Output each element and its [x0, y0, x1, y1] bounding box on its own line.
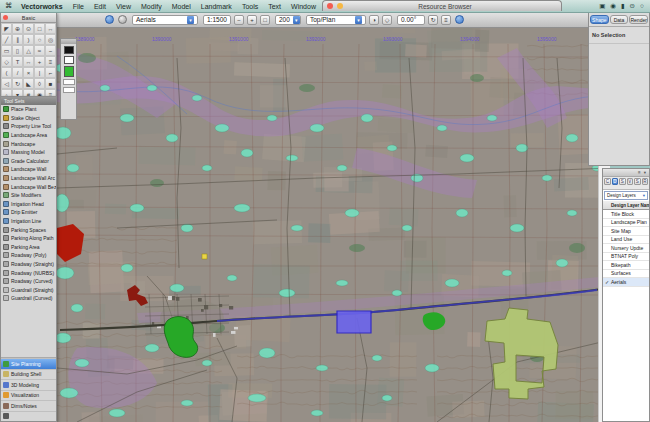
- tool-grade-calculator[interactable]: Grade Calculator: [1, 157, 56, 166]
- tool-line[interactable]: ╱: [1, 34, 12, 45]
- tool-text[interactable]: T: [12, 56, 23, 67]
- tool-rectangle[interactable]: ▭: [1, 45, 12, 56]
- tool-parking-spaces[interactable]: Parking Spaces: [1, 225, 56, 234]
- back-view-button[interactable]: [105, 15, 114, 24]
- nav-tab-references[interactable]: R: [642, 178, 649, 185]
- tab-render[interactable]: Render: [629, 15, 648, 24]
- layer-scale-field[interactable]: 1:1500: [203, 15, 231, 25]
- tool-split[interactable]: |: [34, 67, 45, 78]
- menu-text[interactable]: Text: [263, 3, 286, 10]
- tool-regular-polygon[interactable]: ◇: [1, 56, 12, 67]
- tool-locus[interactable]: +: [34, 56, 45, 67]
- layer-row-title-block[interactable]: Title Block: [603, 210, 649, 219]
- tool-roadway-nurbs[interactable]: Roadway (NURBS): [1, 268, 56, 277]
- plan-rotation-icon[interactable]: ↻: [428, 15, 438, 25]
- line-weight-field[interactable]: [63, 79, 75, 85]
- tool-site-modifiers[interactable]: Site Modifiers: [1, 191, 56, 200]
- nav-tab-classes[interactable]: C: [604, 178, 611, 185]
- zoom-percent-field[interactable]: 200 ▾: [275, 15, 301, 25]
- apple-menu-icon[interactable]: ⌘: [5, 2, 12, 10]
- layer-row-aerials[interactable]: ✓Aerials: [603, 278, 649, 287]
- line-style-field[interactable]: [63, 87, 75, 93]
- menu-window[interactable]: Window: [286, 3, 321, 10]
- tool-irrigation-head[interactable]: Irrigation Head: [1, 200, 56, 209]
- tool-polygon[interactable]: △: [23, 45, 34, 56]
- tool-zoom[interactable]: ⊙: [23, 23, 34, 34]
- tool-sets-header[interactable]: Tool Sets: [1, 97, 56, 105]
- menu-vectorworks[interactable]: Vectorworks: [16, 3, 68, 10]
- tool-property-line-tool[interactable]: Property Line Tool: [1, 122, 56, 131]
- fill-color-swatch[interactable]: [64, 46, 74, 54]
- tool-arc[interactable]: ): [23, 34, 34, 45]
- chevron-down-icon[interactable]: ▾: [644, 170, 646, 175]
- feature-blue-parcel[interactable]: [337, 311, 371, 333]
- tool-clip[interactable]: ■: [45, 78, 56, 89]
- tool-landscape-wall-bez[interactable]: Landscape Wall Bez: [1, 182, 56, 191]
- layer-options-icon[interactable]: ≡: [441, 15, 451, 25]
- layer-row-btnat-poly[interactable]: BTNAT Poly: [603, 253, 649, 262]
- attributes-palette-titlebar[interactable]: [61, 39, 76, 44]
- tool-move-by-points[interactable]: ↔: [45, 23, 56, 34]
- tool-massing-model[interactable]: Massing Model: [1, 148, 56, 157]
- tool-stake-object[interactable]: Stake Object: [1, 114, 56, 123]
- layer-row-land-use[interactable]: Land Use: [603, 236, 649, 245]
- nav-tab-sheet-layers[interactable]: S: [619, 178, 626, 185]
- menu-edit[interactable]: Edit: [89, 3, 111, 10]
- layer-row-nursery-updte[interactable]: Nursery Updte: [603, 244, 649, 253]
- options-icon[interactable]: ≡: [638, 170, 641, 175]
- menu-modify[interactable]: Modify: [136, 3, 167, 10]
- tool-shear[interactable]: ◊: [34, 78, 45, 89]
- tool-drip-emitter[interactable]: Drip Emitter: [1, 208, 56, 217]
- close-icon[interactable]: [327, 3, 333, 9]
- layer-dropdown[interactable]: Aerials ▾: [132, 15, 198, 25]
- basic-palette-titlebar[interactable]: Basic: [1, 13, 56, 23]
- nav-tab-saved-views[interactable]: S: [634, 178, 641, 185]
- tool-double-line[interactable]: ∥: [12, 34, 23, 45]
- nav-tab-viewports[interactable]: V: [627, 178, 634, 185]
- toolset-category-3d-modeling[interactable]: 3D Modeling: [1, 379, 56, 390]
- layer-name-column-header[interactable]: Design Layer Name: [603, 201, 649, 210]
- layer-row-surfaces[interactable]: Surfaces: [603, 270, 649, 279]
- tool-connect[interactable]: ⌐: [45, 67, 56, 78]
- tool-rounded-rectangle[interactable]: ▯: [12, 45, 23, 56]
- nav-tab-design-layers[interactable]: D: [612, 178, 619, 185]
- tool-landscape-wall-arc[interactable]: Landscape Wall Arc: [1, 174, 56, 183]
- pen-color-swatch[interactable]: [64, 56, 74, 64]
- tool-chamfer[interactable]: /: [12, 67, 23, 78]
- tool-freehand[interactable]: ~: [45, 45, 56, 56]
- tool-landscape-wall[interactable]: Landscape Wall: [1, 165, 56, 174]
- tool-roadway-poly[interactable]: Roadway (Poly): [1, 251, 56, 260]
- tool-polyline[interactable]: ≈: [34, 45, 45, 56]
- tool-landscape-area[interactable]: Landscape Area: [1, 131, 56, 140]
- tool-roadway-straight[interactable]: Roadway (Straight): [1, 260, 56, 269]
- tool-trim[interactable]: ×: [23, 67, 34, 78]
- feature-yellow-marker[interactable]: [202, 254, 207, 259]
- layer-row-site-map[interactable]: Site Map: [603, 227, 649, 236]
- tool-roadway-curved[interactable]: Roadway (Curved): [1, 277, 56, 286]
- tool-2d-selection[interactable]: ◤: [1, 23, 12, 34]
- spotlight-icon[interactable]: ⊙: [630, 2, 635, 10]
- tool-irrigation-line[interactable]: Irrigation Line: [1, 217, 56, 226]
- drawing-canvas[interactable]: 1389000139000013910001392000139300013940…: [57, 28, 610, 422]
- navigation-palette-header[interactable]: ≡ ▾: [603, 169, 649, 177]
- projection-icon[interactable]: ◇: [382, 15, 392, 25]
- tab-shape[interactable]: Shape: [590, 15, 609, 24]
- tool-guardrail-curved[interactable]: Guardrail (Curved): [1, 294, 56, 303]
- tool-fillet[interactable]: (: [1, 67, 12, 78]
- menu-model[interactable]: Model: [167, 3, 196, 10]
- menu-file[interactable]: File: [68, 3, 89, 10]
- tool-parking-area[interactable]: Parking Area: [1, 243, 56, 252]
- display-icon[interactable]: ▣: [599, 2, 605, 10]
- toolset-category-dims-notes[interactable]: Dims/Notes: [1, 400, 56, 411]
- tab-data[interactable]: Data: [610, 15, 629, 24]
- tool-pan[interactable]: ⊕: [12, 23, 23, 34]
- navigation-mode-dropdown[interactable]: Design Layers ▾: [604, 191, 648, 200]
- toolset-category-partial[interactable]: [1, 411, 56, 422]
- zoom-in-icon[interactable]: +: [247, 15, 257, 25]
- saved-views-button[interactable]: [118, 15, 127, 24]
- tool-parking-along-path[interactable]: Parking Along Path: [1, 234, 56, 243]
- tool-selection-marquee[interactable]: □: [34, 23, 45, 34]
- tool-hardscape[interactable]: Hardscape: [1, 139, 56, 148]
- window-titlebar[interactable]: Resource Browser: [322, 0, 562, 11]
- tool-scale[interactable]: ◣: [23, 78, 34, 89]
